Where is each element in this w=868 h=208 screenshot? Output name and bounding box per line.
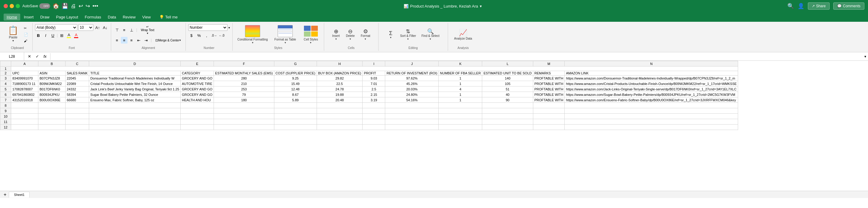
print-icon[interactable]: 🖨 [71,3,76,9]
row-num-1[interactable]: 1 [0,66,11,71]
cell-J3[interactable]: 97.62% [385,76,439,81]
cell-empty[interactable] [533,114,565,119]
cell-H5[interactable]: 24.78 [317,86,363,92]
row-num-11[interactable]: 11 [0,119,11,124]
cell-I6[interactable]: 2.15 [363,92,385,97]
cell-M6[interactable]: PROFTABLE WITH [533,92,565,97]
cell-empty[interactable] [181,103,214,108]
cell-L7[interactable]: 90 [482,97,533,103]
bold-button[interactable]: B [35,32,42,39]
conditional-formatting-button[interactable]: Conditional Formatting ▾ [235,24,270,45]
cell-empty[interactable] [38,119,66,124]
cell-empty[interactable] [482,114,533,119]
cell-G7[interactable]: 5.89 [274,97,317,103]
cell-J5[interactable]: 20.03% [385,86,439,92]
font-color-button[interactable]: A [73,32,80,39]
cell-A5[interactable]: 17082878007 [11,86,38,92]
cell-empty[interactable] [363,119,385,124]
grow-font-button[interactable]: A↑ [94,24,101,31]
cell-J7[interactable]: 54.16% [385,97,439,103]
cell-N5[interactable]: https://www.amazon.com/Jack-Links-Origin… [565,86,738,92]
underline-button[interactable]: U [50,32,56,39]
shrink-font-button[interactable]: A↓ [102,24,108,31]
home-icon[interactable]: 🏠 [53,3,59,9]
cell-K7[interactable]: 1 [439,97,482,103]
cell-empty[interactable] [533,119,565,124]
add-sheet-button[interactable]: + [1,192,9,198]
cell-empty[interactable] [89,103,181,108]
insert-function-button[interactable]: fx [42,53,48,60]
bottom-align-button[interactable]: ⊥ [128,27,135,33]
cell-empty[interactable] [533,108,565,114]
cell-empty[interactable] [274,108,317,114]
cell-E5[interactable]: GROCERY AND GO [181,86,214,92]
row-num-2[interactable]: 2 [0,71,11,76]
cell-C4[interactable]: 22089 [66,81,89,86]
cell-H3[interactable]: 29.82 [317,76,363,81]
cell-empty[interactable] [565,103,738,108]
font-size-select[interactable]: 10 [78,24,93,31]
fill-color-button[interactable]: A [66,32,72,39]
indent-decrease-button[interactable]: ⇤ [135,37,142,43]
cell-L6[interactable]: 40 [482,92,533,97]
col-header-n[interactable]: N [565,61,738,66]
cell-empty[interactable] [38,124,66,130]
cell-empty[interactable] [89,108,181,114]
top-align-button[interactable]: ⊤ [114,27,120,33]
menu-item-draw[interactable]: Draw [37,13,52,21]
font-name-select[interactable]: Arial (Body) [35,24,78,31]
sum-button[interactable]: Σ ▾ [384,29,397,40]
paste-button[interactable]: 📋 Paste ▾ [5,24,22,43]
cell-J6[interactable]: 24.80% [385,92,439,97]
cell-empty[interactable] [385,124,439,130]
cell-L3[interactable]: 140 [482,76,533,81]
cell-empty[interactable] [38,108,66,114]
row-num-8[interactable]: 8 [0,103,11,108]
row-num-5[interactable]: 5 [0,86,11,92]
cell-empty[interactable] [214,103,274,108]
cell-empty[interactable] [66,124,89,130]
cell-A7[interactable]: 43152016918 [11,97,38,103]
minimize-button[interactable] [10,4,14,8]
col-header-f[interactable]: F [214,61,274,66]
chevron-down-icon[interactable]: ▾ [480,4,482,8]
save-icon[interactable]: 💾 [62,3,68,9]
cell-empty[interactable] [89,124,181,130]
cell-empty[interactable] [214,124,274,130]
cell-L5[interactable]: 51 [482,86,533,92]
formula-input[interactable] [51,54,863,59]
cell-empty[interactable] [533,103,565,108]
col-header-k[interactable]: K [439,61,482,66]
cell-empty[interactable] [181,119,214,124]
cell-empty[interactable] [565,108,738,114]
sort-filter-button[interactable]: ⇅ Sort & Filter ▾ [398,28,418,42]
cell-L4[interactable]: 105 [482,81,533,86]
menu-item-page-layout[interactable]: Page Layout [53,13,81,21]
redo-icon[interactable]: ↪ [86,3,90,9]
cell-E3[interactable]: GROCERY AND GO [181,76,214,81]
undo-icon[interactable]: ↩ [79,3,83,9]
menu-item-review[interactable]: Review [120,13,139,21]
cell-H7[interactable]: 20.48 [317,97,363,103]
cell-empty[interactable] [89,119,181,124]
cell-empty[interactable] [66,108,89,114]
cell-G6[interactable]: 8.67 [274,92,317,97]
cell-empty[interactable] [317,119,363,124]
cell-K3[interactable]: 1 [439,76,482,81]
menu-item-insert[interactable]: Insert [21,13,37,21]
close-button[interactable] [4,4,8,8]
percent-button[interactable]: % [196,32,203,39]
cell-A6[interactable]: 697941860802 [11,92,38,97]
cell-I5[interactable]: 2.5 [363,86,385,92]
cell-empty[interactable] [439,124,482,130]
cell-M5[interactable]: PROFTABLE WITH [533,86,565,92]
wrap-text-button[interactable]: ↵ Wrap Text ▾ [139,24,156,36]
row-num-7[interactable]: 7 [0,97,11,103]
col-header-c[interactable]: C [66,61,89,66]
cell-empty[interactable] [11,103,38,108]
cell-C6[interactable]: 58394 [66,92,89,97]
cell-N4[interactable]: https://www.amazon.com/Cristal-Products-… [565,81,738,86]
italic-button[interactable]: I [42,32,49,39]
cell-empty[interactable] [363,103,385,108]
cell-empty[interactable] [385,114,439,119]
